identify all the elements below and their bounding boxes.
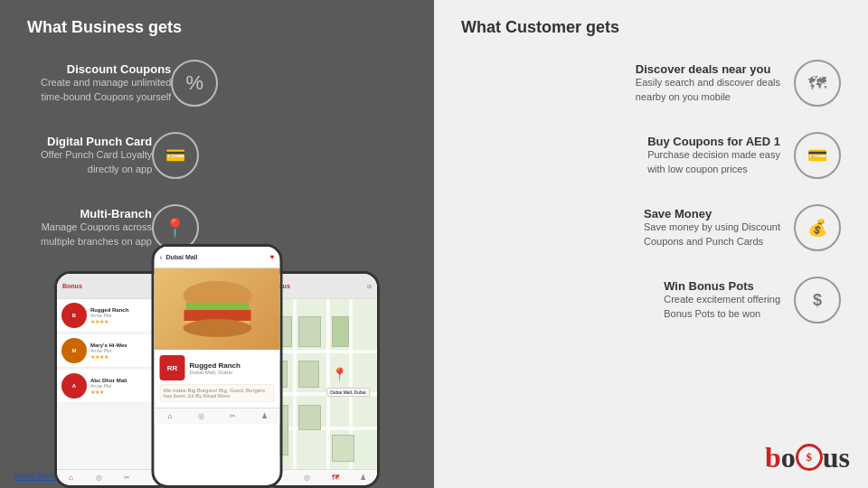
- avatar: A: [61, 373, 87, 399]
- restaurant-info: Rugged Ranch Dubai Mall, Dubai: [190, 361, 241, 375]
- left-panel: What Business gets Discount Coupons Crea…: [0, 0, 434, 488]
- feature-text-discount: Discount Coupons Create and manage unlim…: [41, 62, 171, 104]
- punch-card-icon: 💳: [165, 145, 185, 165]
- feature-row-buy: 💳 Buy Coupons for AED 1 Purchase decisio…: [461, 132, 841, 179]
- feature-desc-save: Save money by using DiscountCoupons and …: [644, 221, 780, 249]
- feature-row-save: 💰 Save Money Save money by using Discoun…: [461, 204, 841, 251]
- logo-nus: us: [823, 441, 850, 474]
- bonus-pot-icon: $: [813, 291, 822, 310]
- logo-b: b: [765, 441, 781, 474]
- nav-ticket-icon: ✂: [121, 472, 134, 484]
- feature-title-save: Save Money: [644, 207, 780, 221]
- map-building: [298, 405, 321, 430]
- right-panel: What Customer gets 🗺 Discover deals near…: [434, 0, 868, 488]
- feature-desc-discover: Easily search and discover dealsnearby o…: [636, 76, 780, 104]
- feature-text-buy: Buy Coupons for AED 1 Purchase decision …: [647, 135, 780, 176]
- feature-row-discount: Discount Coupons Create and manage unlim…: [27, 60, 407, 107]
- map-icon: 🗺: [808, 73, 826, 94]
- nav-search-icon: ◎: [301, 472, 314, 484]
- nav-profile-icon: ♟: [258, 410, 270, 423]
- feature-text-punch: Digital Punch Card Offer Punch Card Loya…: [41, 135, 152, 176]
- feature-row-discover: 🗺 Discover deals near you Easily search …: [461, 60, 841, 107]
- restaurant-logo: RR: [160, 355, 185, 380]
- map-label: Dubai Mall, Dubai: [326, 388, 369, 397]
- nav-map-icon: 🗺: [329, 472, 342, 484]
- nav-search-icon: ◎: [93, 472, 106, 484]
- icon-circle-discount: %: [171, 60, 218, 107]
- phone-center-header: ‹ Dubai Mall ♥: [155, 247, 280, 268]
- nav-ticket-icon: ✂: [226, 410, 239, 423]
- nav-search-icon: ◎: [195, 410, 208, 423]
- icon-circle-save: 💰: [794, 204, 841, 251]
- feature-text-bonus: Win Bonus Pots Create excitement offerin…: [664, 279, 780, 321]
- restaurant-name: Rugged Ranch: [190, 361, 241, 370]
- phones-container: Bonus ≡ B Rugged Ranch Arrow Plot ★★★★ M: [45, 199, 389, 488]
- phone-detail-info: RR Rugged Ranch Dubai Mall, Dubai We mak…: [155, 350, 280, 408]
- left-panel-title: What Business gets: [27, 18, 407, 37]
- svg-point-4: [183, 319, 251, 337]
- avatar: B: [61, 303, 87, 328]
- feature-text-save: Save Money Save money by using DiscountC…: [644, 207, 780, 249]
- money-icon: 💰: [807, 218, 827, 238]
- burger-svg: [176, 277, 258, 341]
- feature-desc-buy: Purchase decision made easywith low coup…: [647, 148, 780, 176]
- feature-title-buy: Buy Coupons for AED 1: [647, 135, 780, 148]
- feature-desc-punch: Offer Punch Card Loyaltydirectly on app: [41, 148, 152, 176]
- feature-desc-bonus: Create excitement offeringBonus Pots to …: [664, 293, 780, 321]
- logo-o1: o: [781, 441, 796, 474]
- phone-center: ‹ Dubai Mall ♥ RR: [152, 244, 283, 488]
- restaurant-location: Dubai Mall, Dubai: [190, 370, 241, 375]
- coupon-icon: 💳: [807, 145, 827, 165]
- map-building: [332, 435, 354, 462]
- discount-icon: %: [186, 71, 204, 95]
- phone-center-screen: ‹ Dubai Mall ♥ RR: [155, 247, 280, 485]
- feature-row-punch: Digital Punch Card Offer Punch Card Loya…: [27, 132, 407, 179]
- icon-circle-bonus: $: [794, 277, 841, 324]
- icon-circle-punch: 💳: [152, 132, 199, 179]
- phone-hero-image: [155, 268, 280, 350]
- feature-desc-discount: Create and manage unlimitedtime-bound Co…: [41, 76, 171, 104]
- bonus-logo: b o $ us: [765, 441, 850, 474]
- map-marker-icon: 📍: [332, 367, 347, 381]
- map-building: [298, 361, 318, 388]
- coupon-info: We make Big Burgers! Big, Good, Burgers …: [160, 384, 275, 402]
- feature-row-bonus: $ Win Bonus Pots Create excitement offer…: [461, 277, 841, 324]
- map-building: [332, 316, 349, 347]
- feature-text-discover: Discover deals near you Easily search an…: [636, 62, 780, 104]
- nav-home-icon: ⌂: [164, 410, 176, 423]
- phone-center-title: Dubai Mall: [166, 254, 198, 260]
- svg-rect-1: [185, 303, 249, 310]
- phone-center-nav: ⌂ ◎ ✂ ♟: [155, 408, 280, 424]
- logo-dollar-icon: $: [796, 444, 823, 471]
- map-building: [298, 316, 321, 347]
- icon-circle-discover: 🗺: [794, 60, 841, 107]
- feature-title-discover: Discover deals near you: [636, 62, 780, 76]
- avatar: M: [61, 338, 87, 363]
- feature-title-discount: Discount Coupons: [41, 62, 171, 76]
- right-panel-title: What Customer gets: [461, 18, 841, 37]
- nav-home-icon: ⌂: [65, 472, 78, 484]
- feature-title-punch: Digital Punch Card: [41, 135, 152, 148]
- icon-circle-buy: 💳: [794, 132, 841, 179]
- nav-profile-icon: ♟: [357, 472, 370, 484]
- feature-title-bonus: Win Bonus Pots: [664, 279, 780, 293]
